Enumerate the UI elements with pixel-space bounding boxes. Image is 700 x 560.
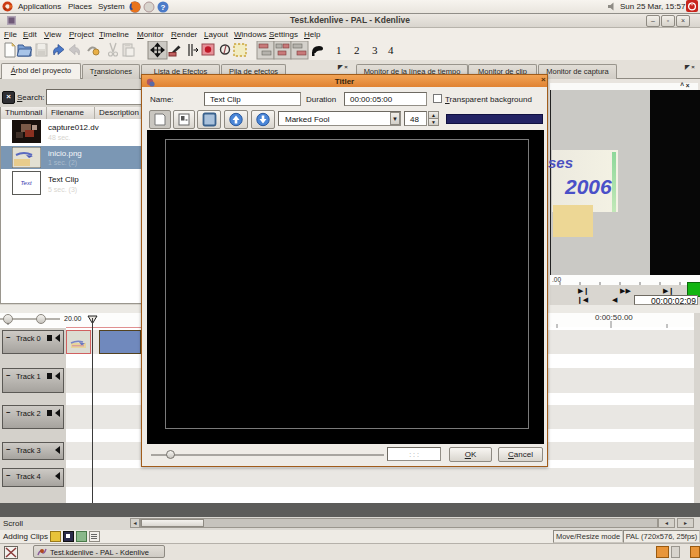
svg-text:Text: Text xyxy=(20,180,31,186)
svg-text:?: ? xyxy=(161,3,166,12)
